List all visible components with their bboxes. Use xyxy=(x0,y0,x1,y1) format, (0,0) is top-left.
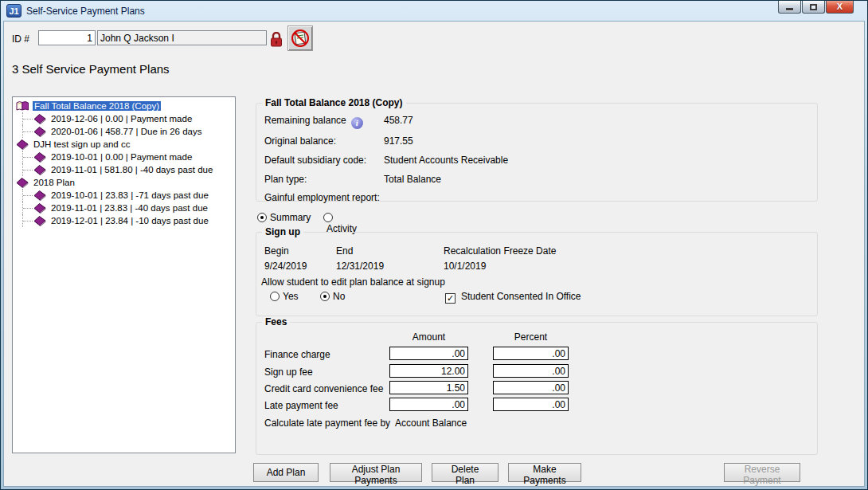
checkbox-icon: ✓ xyxy=(445,293,456,304)
view-toggle: Summary Activity xyxy=(257,212,320,223)
page-title: 3 Self Service Payment Plans xyxy=(12,62,170,76)
gainful-employment-row: Gainful employment report: xyxy=(264,192,380,203)
yes-radio-icon xyxy=(270,292,280,301)
tree-connector xyxy=(22,214,38,227)
finance-charge-label: Finance charge xyxy=(264,349,330,360)
close-icon: X xyxy=(837,2,843,11)
tree-payment-item[interactable]: 2019-10-01 | 23.83 | -71 days past due xyxy=(14,189,235,202)
tree-connector xyxy=(22,202,38,214)
freeze-date-label: Recalculation Freeze Date xyxy=(444,245,556,257)
no-notes-icon xyxy=(291,29,310,48)
payment-plans-tree[interactable]: Fall Total Balance 2018 (Copy) 2019-12-0… xyxy=(12,96,236,453)
id-input[interactable] xyxy=(38,30,96,45)
tree-payment-item[interactable]: 2019-12-06 | 0.00 | Payment made xyxy=(14,112,235,125)
app-window: J1 Self-Service Payment Plans X ID # xyxy=(0,0,868,490)
info-icon[interactable]: i xyxy=(351,117,363,129)
begin-label: Begin xyxy=(264,245,289,257)
student-consented-checkbox[interactable]: ✓Student Consented In Office xyxy=(445,291,581,304)
late-payment-fee-label: Late payment fee xyxy=(264,400,338,411)
end-label: End xyxy=(336,245,353,257)
plan-type-row: Plan type: Total Balance xyxy=(264,174,307,185)
late-fee-calc-value: Account Balance xyxy=(395,417,467,429)
tree-payment-item[interactable]: 2020-01-06 | 458.77 | Due in 26 days xyxy=(14,125,235,138)
subsidiary-code-row: Default subsidiary code: Student Account… xyxy=(264,155,366,166)
student-name-field xyxy=(97,30,267,45)
tree-connector xyxy=(22,163,38,176)
sign-up-fee-label: Sign up fee xyxy=(264,367,313,378)
add-plan-button[interactable]: Add Plan xyxy=(253,463,319,482)
plan-details-title: Fall Total Balance 2018 (Copy) xyxy=(262,97,406,108)
close-button[interactable]: X xyxy=(826,1,854,14)
amount-column-header: Amount xyxy=(389,331,468,343)
finance-charge-percent-input[interactable] xyxy=(493,347,569,360)
id-label: ID # xyxy=(12,33,29,45)
tree-connector xyxy=(22,112,38,125)
closed-book-icon xyxy=(16,178,29,188)
sign-up-group: Sign up Begin End Recalculation Freeze D… xyxy=(256,232,818,316)
original-balance-row: Original balance: 917.55 xyxy=(264,135,336,147)
maximize-icon xyxy=(810,4,817,10)
delete-plan-button[interactable]: Delete Plan xyxy=(432,463,499,482)
activity-radio-icon xyxy=(323,213,333,222)
late-payment-fee-percent-input[interactable] xyxy=(493,398,569,411)
tree-connector xyxy=(22,189,38,202)
sign-up-fee-percent-input[interactable] xyxy=(493,364,569,378)
freeze-date-value: 10/1/2019 xyxy=(444,261,486,272)
make-payments-button[interactable]: Make Payments xyxy=(508,463,581,482)
allow-edit-label: Allow student to edit plan balance at si… xyxy=(261,276,445,288)
tree-plan-item[interactable]: 2018 Plan xyxy=(14,176,235,189)
open-book-icon xyxy=(16,100,29,112)
end-date-value: 12/31/2019 xyxy=(336,261,384,272)
tree-payment-item[interactable]: 2019-12-01 | 23.84 | -10 days past due xyxy=(14,214,235,227)
late-payment-fee-amount-input[interactable] xyxy=(389,398,468,411)
activity-radio[interactable]: Activity xyxy=(323,212,357,234)
allow-edit-no-radio[interactable]: No xyxy=(320,291,345,302)
plan-details-group: Fall Total Balance 2018 (Copy) Remaining… xyxy=(256,103,818,202)
no-radio-icon xyxy=(320,292,330,301)
subsidiary-code-value: Student Accounts Receivable xyxy=(384,155,508,166)
tree-payment-item[interactable]: 2019-11-01 | 581.80 | -40 days past due xyxy=(14,163,235,176)
remaining-balance-row: Remaining balancei 458.77 xyxy=(264,115,363,129)
lock-icon xyxy=(270,32,283,47)
tree-plan-item[interactable]: DJH test sign up and cc xyxy=(14,138,235,151)
sign-up-title: Sign up xyxy=(262,226,303,237)
percent-column-header: Percent xyxy=(493,331,569,343)
cc-convenience-fee-label: Credit card convenience fee xyxy=(264,383,383,394)
no-notes-button[interactable] xyxy=(287,25,313,51)
remaining-balance-value: 458.77 xyxy=(384,115,413,126)
client-area: ID # 3 Self Service Payment Plans xyxy=(3,21,865,487)
fees-title: Fees xyxy=(262,316,290,327)
closed-book-icon xyxy=(16,139,29,150)
tree-payment-item[interactable]: 2019-10-01 | 0.00 | Payment made xyxy=(14,151,235,163)
minimize-icon xyxy=(786,8,793,10)
plan-type-value: Total Balance xyxy=(384,174,441,185)
original-balance-value: 917.55 xyxy=(384,135,413,147)
summary-radio-icon xyxy=(257,213,267,222)
window-title: Self-Service Payment Plans xyxy=(26,6,145,17)
minimize-button[interactable] xyxy=(778,1,801,14)
tree-payment-item[interactable]: 2019-11-01 | 23.83 | -40 days past due xyxy=(14,202,235,214)
tree-plan-item[interactable]: Fall Total Balance 2018 (Copy) xyxy=(14,100,235,112)
cc-convenience-fee-amount-input[interactable] xyxy=(389,381,468,394)
adjust-plan-payments-button[interactable]: Adjust Plan Payments xyxy=(330,463,422,482)
tree-connector xyxy=(22,125,38,138)
title-bar[interactable]: J1 Self-Service Payment Plans X xyxy=(3,1,865,21)
sign-up-fee-amount-input[interactable] xyxy=(389,364,468,378)
app-logo-icon: J1 xyxy=(6,4,22,18)
maximize-button[interactable] xyxy=(802,1,825,14)
tree-connector xyxy=(22,151,38,163)
late-fee-calc-note: Calculate late payment fee byAccount Bal… xyxy=(264,417,467,429)
reverse-payment-button: Reverse Payment xyxy=(724,463,800,482)
begin-date-value: 9/24/2019 xyxy=(264,261,307,272)
allow-edit-yes-radio[interactable]: Yes xyxy=(270,291,299,302)
fees-group: Fees Amount Percent Finance charge Sign … xyxy=(256,322,818,455)
cc-convenience-fee-percent-input[interactable] xyxy=(493,381,569,394)
summary-radio[interactable]: Summary xyxy=(257,212,311,223)
finance-charge-amount-input[interactable] xyxy=(389,347,468,360)
